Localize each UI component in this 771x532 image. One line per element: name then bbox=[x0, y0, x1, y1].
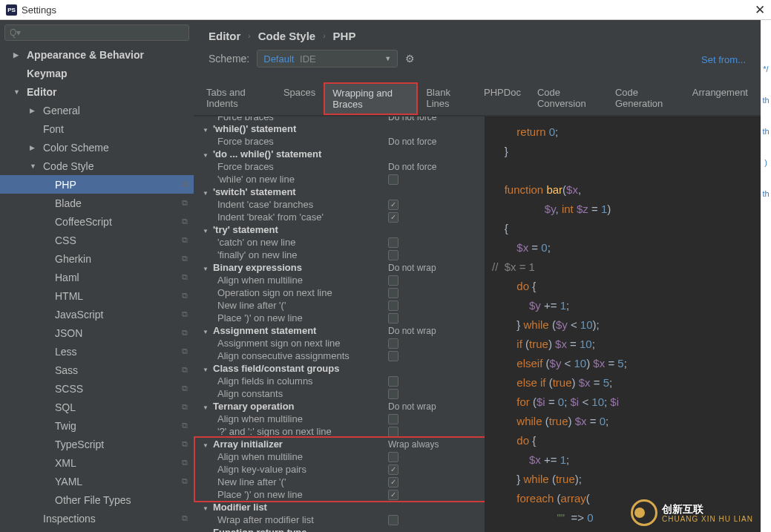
checkbox[interactable] bbox=[388, 414, 398, 424]
option-row[interactable]: 'finally' on new line bbox=[194, 249, 485, 261]
sidebar-item-general[interactable]: ▶General bbox=[0, 101, 194, 119]
sidebar-item-sql[interactable]: SQL⧉ bbox=[0, 398, 194, 416]
option-row[interactable]: ▼'while()' statement bbox=[194, 122, 485, 135]
option-row[interactable]: New line after '(' bbox=[194, 299, 485, 312]
breadcrumb-1[interactable]: Editor bbox=[209, 30, 240, 42]
checkbox[interactable] bbox=[388, 477, 398, 487]
checkbox[interactable] bbox=[388, 288, 398, 298]
checkbox[interactable] bbox=[388, 452, 398, 462]
sidebar-item-scss[interactable]: SCSS⧉ bbox=[0, 379, 194, 398]
option-row[interactable]: Align when multiline bbox=[194, 450, 485, 463]
checkbox[interactable] bbox=[388, 338, 398, 349]
option-row[interactable]: Align when multiline bbox=[194, 274, 485, 286]
option-row[interactable]: Place ')' on new line bbox=[194, 488, 485, 501]
sidebar-item-javascript[interactable]: JavaScript⧉ bbox=[0, 305, 194, 324]
checkbox[interactable] bbox=[388, 464, 398, 475]
tab-code-conversion[interactable]: Code Conversion bbox=[529, 82, 607, 115]
option-row[interactable]: 'catch' on new line bbox=[194, 236, 485, 249]
option-row[interactable]: ▼Function return type bbox=[194, 526, 485, 532]
option-row[interactable]: Wrap after modifier list bbox=[194, 513, 485, 526]
option-row[interactable]: ▼Assignment statementDo not wrap bbox=[194, 324, 485, 337]
tab-blank-lines[interactable]: Blank Lines bbox=[418, 82, 476, 115]
option-row[interactable]: Align consecutive assignments bbox=[194, 349, 485, 362]
option-row[interactable]: '?' and ':' signs on next line bbox=[194, 425, 485, 438]
option-row[interactable]: ▼Class field/constant groups bbox=[194, 362, 485, 375]
sidebar-item-typescript[interactable]: TypeScript⧉ bbox=[0, 435, 194, 453]
tab-tabs-and-indents[interactable]: Tabs and Indents bbox=[198, 82, 275, 115]
sidebar-item-php[interactable]: PHP⧉ bbox=[0, 175, 194, 194]
sidebar-item-blade[interactable]: Blade⧉ bbox=[0, 194, 194, 212]
tab-code-generation[interactable]: Code Generation bbox=[607, 82, 684, 115]
tab-spaces[interactable]: Spaces bbox=[275, 82, 324, 115]
sidebar-item-gherkin[interactable]: Gherkin⧉ bbox=[0, 249, 194, 268]
checkbox[interactable] bbox=[388, 313, 398, 324]
tab-phpdoc[interactable]: PHPDoc bbox=[476, 82, 529, 115]
option-row[interactable]: Place ')' on new line bbox=[194, 312, 485, 324]
checkbox[interactable] bbox=[388, 490, 398, 500]
checkbox[interactable] bbox=[388, 237, 398, 248]
checkbox[interactable] bbox=[388, 301, 398, 311]
breadcrumb-2[interactable]: Code Style bbox=[258, 30, 316, 42]
tab-wrapping-and-braces[interactable]: Wrapping and Braces bbox=[324, 82, 418, 115]
sidebar-item-css[interactable]: CSS⧉ bbox=[0, 231, 194, 249]
sidebar-item-label: Twig bbox=[55, 420, 76, 432]
close-icon[interactable]: ✕ bbox=[755, 2, 765, 18]
option-row[interactable]: Indent 'case' branches bbox=[194, 198, 485, 211]
sidebar-item-other-file-types[interactable]: Other File Types bbox=[0, 490, 194, 509]
sidebar-item-font[interactable]: Font bbox=[0, 119, 194, 138]
sidebar-item-haml[interactable]: Haml⧉ bbox=[0, 268, 194, 286]
checkbox[interactable] bbox=[388, 515, 398, 525]
sidebar-item-color-scheme[interactable]: ▶Color Scheme bbox=[0, 138, 194, 157]
option-row[interactable]: ▼'try' statement bbox=[194, 223, 485, 236]
option-row[interactable]: ▼Array initializerWrap always bbox=[194, 438, 485, 450]
sidebar-item-editor[interactable]: ▼Editor bbox=[0, 82, 194, 101]
option-value[interactable]: Wrap always bbox=[388, 439, 439, 450]
sidebar-item-html[interactable]: HTML⧉ bbox=[0, 286, 194, 305]
gear-icon[interactable]: ⚙ bbox=[405, 53, 415, 65]
checkbox[interactable] bbox=[388, 250, 398, 260]
tab-arrangement[interactable]: Arrangement bbox=[684, 82, 756, 115]
checkbox[interactable] bbox=[388, 212, 398, 223]
sidebar-item-json[interactable]: JSON⧉ bbox=[0, 324, 194, 342]
option-row[interactable]: Assignment sign on next line bbox=[194, 337, 485, 349]
collapse-arrow-icon: ▼ bbox=[203, 404, 211, 411]
option-row[interactable]: ▼'switch' statement bbox=[194, 185, 485, 198]
option-row[interactable]: Align fields in columns bbox=[194, 375, 485, 387]
option-row[interactable]: ▼Modifier list bbox=[194, 501, 485, 513]
option-row[interactable]: ▼'do ... while()' statement bbox=[194, 148, 485, 160]
checkbox[interactable] bbox=[388, 351, 398, 361]
option-value[interactable]: Do not wrap bbox=[388, 401, 436, 412]
sidebar-item-sass[interactable]: Sass⧉ bbox=[0, 361, 194, 379]
option-row[interactable]: ▼Ternary operationDo not wrap bbox=[194, 400, 485, 413]
sidebar-item-less[interactable]: Less⧉ bbox=[0, 342, 194, 361]
option-row[interactable]: Align key-value pairs bbox=[194, 463, 485, 476]
sidebar-item-keymap[interactable]: Keymap bbox=[0, 64, 194, 82]
sidebar-item-appearance-behavior[interactable]: ▶Appearance & Behavior bbox=[0, 45, 194, 64]
set-from-link[interactable]: Set from... bbox=[701, 54, 746, 65]
checkbox[interactable] bbox=[388, 275, 398, 286]
option-row[interactable]: ▼Binary expressionsDo not wrap bbox=[194, 261, 485, 274]
sidebar-item-xml[interactable]: XML⧉ bbox=[0, 453, 194, 472]
option-value[interactable]: Do not wrap bbox=[388, 263, 436, 273]
option-row[interactable]: Align constants bbox=[194, 387, 485, 400]
sidebar-item-coffeescript[interactable]: CoffeeScript⧉ bbox=[0, 212, 194, 231]
sidebar-item-twig[interactable]: Twig⧉ bbox=[0, 416, 194, 435]
checkbox[interactable] bbox=[388, 389, 398, 399]
checkbox[interactable] bbox=[388, 376, 398, 387]
option-value[interactable]: Do not wrap bbox=[388, 326, 436, 336]
sidebar-item-inspections[interactable]: Inspections⧉ bbox=[0, 509, 194, 528]
checkbox[interactable] bbox=[388, 174, 398, 185]
scheme-select[interactable]: Default IDE ▼ bbox=[257, 50, 398, 68]
option-row[interactable]: Operation sign on next line bbox=[194, 286, 485, 299]
checkbox[interactable] bbox=[388, 200, 398, 210]
checkbox[interactable] bbox=[388, 427, 398, 437]
option-row[interactable]: Align when multiline bbox=[194, 413, 485, 425]
option-row[interactable]: Indent 'break' from 'case' bbox=[194, 211, 485, 223]
option-row[interactable]: New line after '(' bbox=[194, 476, 485, 488]
option-row[interactable]: 'while' on new line bbox=[194, 173, 485, 185]
sidebar-item-yaml[interactable]: YAML⧉ bbox=[0, 472, 194, 490]
option-label: Assignment sign on next line bbox=[217, 338, 340, 349]
search-input[interactable] bbox=[4, 24, 189, 41]
sidebar-item-code-style[interactable]: ▼Code Style bbox=[0, 157, 194, 175]
code-preview: return 0; } function bar($x, $y, int $z … bbox=[485, 116, 761, 532]
